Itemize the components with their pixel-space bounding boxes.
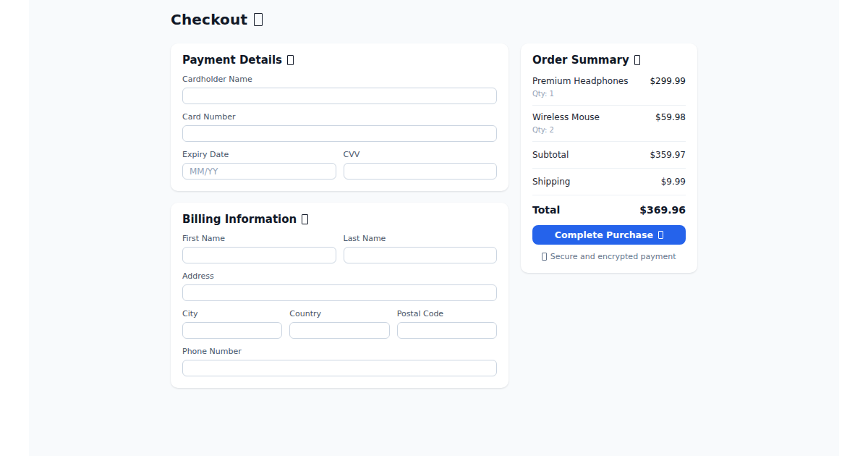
city-label: City bbox=[182, 309, 282, 318]
shipping-row: Shipping $9.99 bbox=[532, 169, 686, 195]
last-name-field: Last Name bbox=[344, 234, 498, 263]
page-background: Checkout Payment Details Cardholder Name bbox=[29, 0, 839, 456]
rocket-emoji-missing-glyph-icon bbox=[658, 231, 663, 240]
order-item-row: Premium Headphones $299.99 bbox=[532, 76, 686, 86]
billing-information-card: Billing Information First Name Last Name bbox=[171, 203, 509, 388]
order-item-qty: Qty: 1 bbox=[532, 90, 686, 98]
order-item: Wireless Mouse $59.98 Qty: 2 bbox=[532, 106, 686, 142]
last-name-input[interactable] bbox=[344, 247, 498, 263]
address-label: Address bbox=[182, 271, 497, 281]
order-summary-card: Order Summary Premium Headphones $299.99… bbox=[521, 43, 697, 273]
phone-number-input[interactable] bbox=[182, 360, 497, 376]
expiry-date-field: Expiry Date bbox=[182, 150, 336, 180]
city-field: City bbox=[182, 309, 282, 339]
card-emoji-missing-glyph-icon bbox=[287, 55, 294, 65]
columns: Payment Details Cardholder Name Card Num… bbox=[171, 43, 697, 388]
total-value: $369.96 bbox=[639, 204, 686, 216]
card-number-label: Card Number bbox=[182, 112, 497, 122]
city-country-postal-row: City Country Postal Code bbox=[182, 309, 497, 339]
address-input[interactable] bbox=[182, 284, 497, 301]
complete-purchase-button[interactable]: Complete Purchase bbox=[532, 225, 686, 245]
cvv-field: CVV bbox=[344, 150, 498, 180]
phone-number-field: Phone Number bbox=[182, 347, 497, 376]
order-item-name: Premium Headphones bbox=[532, 76, 628, 86]
order-summary-heading: Order Summary bbox=[532, 54, 686, 67]
total-row: Total $369.96 bbox=[532, 195, 686, 224]
payment-details-card: Payment Details Cardholder Name Card Num… bbox=[171, 43, 509, 191]
lock-emoji-missing-glyph-icon bbox=[542, 253, 546, 260]
secure-note: Secure and encrypted payment bbox=[532, 252, 686, 261]
cardholder-name-field: Cardholder Name bbox=[182, 75, 497, 104]
subtotal-row: Subtotal $359.97 bbox=[532, 142, 686, 169]
postal-code-field: Postal Code bbox=[397, 309, 497, 339]
expiry-date-input[interactable] bbox=[182, 163, 336, 180]
expiry-cvv-row: Expiry Date CVV bbox=[182, 150, 497, 180]
package-emoji-missing-glyph-icon bbox=[634, 55, 641, 65]
checkout-page: Checkout Payment Details Cardholder Name bbox=[0, 0, 868, 456]
postal-code-input[interactable] bbox=[397, 322, 497, 339]
content-wrapper: Checkout Payment Details Cardholder Name bbox=[171, 0, 697, 388]
page-title: Checkout bbox=[171, 11, 697, 28]
payment-details-heading-text: Payment Details bbox=[182, 54, 282, 67]
last-name-label: Last Name bbox=[344, 234, 498, 243]
payment-details-heading: Payment Details bbox=[182, 54, 497, 67]
clipboard-emoji-missing-glyph-icon bbox=[302, 214, 308, 224]
page-title-text: Checkout bbox=[171, 11, 247, 28]
country-label: Country bbox=[289, 309, 389, 318]
name-row: First Name Last Name bbox=[182, 234, 497, 263]
order-item-name: Wireless Mouse bbox=[532, 112, 600, 122]
secure-note-text: Secure and encrypted payment bbox=[550, 252, 676, 261]
country-field: Country bbox=[289, 309, 389, 339]
first-name-label: First Name bbox=[182, 234, 336, 243]
first-name-input[interactable] bbox=[182, 247, 336, 263]
postal-code-label: Postal Code bbox=[397, 309, 497, 318]
order-summary-heading-text: Order Summary bbox=[532, 54, 629, 67]
complete-purchase-label: Complete Purchase bbox=[555, 229, 653, 240]
card-number-input[interactable] bbox=[182, 125, 497, 142]
total-label: Total bbox=[532, 204, 560, 216]
cardholder-name-input[interactable] bbox=[182, 88, 497, 104]
cvv-input[interactable] bbox=[344, 163, 498, 180]
order-item-price: $299.99 bbox=[650, 76, 686, 86]
order-item: Premium Headphones $299.99 Qty: 1 bbox=[532, 75, 686, 106]
order-item-price: $59.98 bbox=[655, 112, 686, 122]
cart-emoji-missing-glyph-icon bbox=[254, 13, 263, 26]
billing-information-heading: Billing Information bbox=[182, 213, 497, 226]
subtotal-value: $359.97 bbox=[650, 150, 686, 160]
right-column: Order Summary Premium Headphones $299.99… bbox=[521, 43, 697, 273]
country-input[interactable] bbox=[289, 322, 389, 339]
card-number-field: Card Number bbox=[182, 112, 497, 142]
order-item-qty: Qty: 2 bbox=[532, 126, 686, 134]
shipping-value: $9.99 bbox=[661, 177, 686, 187]
cardholder-name-label: Cardholder Name bbox=[182, 75, 497, 84]
address-field: Address bbox=[182, 271, 497, 301]
billing-information-heading-text: Billing Information bbox=[182, 213, 297, 226]
cvv-label: CVV bbox=[344, 150, 498, 159]
shipping-label: Shipping bbox=[532, 177, 570, 187]
expiry-date-label: Expiry Date bbox=[182, 150, 336, 159]
first-name-field: First Name bbox=[182, 234, 336, 263]
subtotal-label: Subtotal bbox=[532, 150, 569, 160]
order-item-row: Wireless Mouse $59.98 bbox=[532, 112, 686, 122]
city-input[interactable] bbox=[182, 322, 282, 339]
left-column: Payment Details Cardholder Name Card Num… bbox=[171, 43, 509, 388]
phone-number-label: Phone Number bbox=[182, 347, 497, 356]
